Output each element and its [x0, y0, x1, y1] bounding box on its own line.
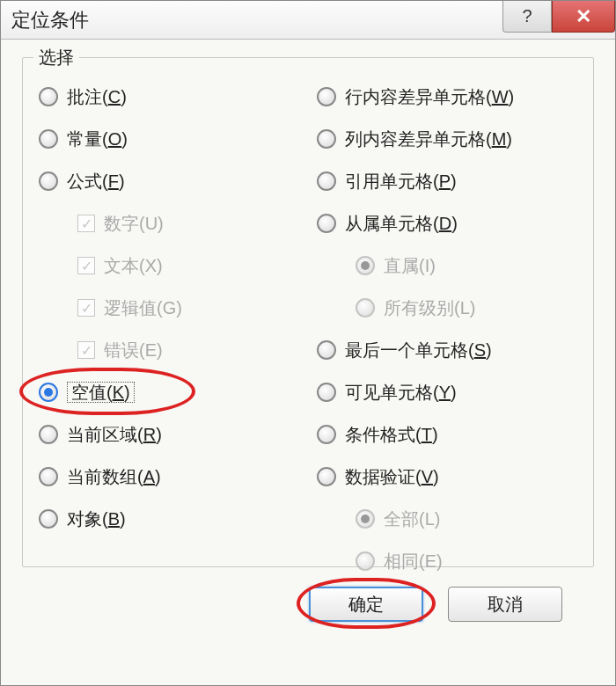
checkbox-icon: ✓	[77, 341, 95, 359]
button-label: 确定	[348, 593, 384, 617]
select-fieldset: 选择 批注(C) 常量(O) 公式(F)	[22, 57, 594, 567]
option-label: 引用单元格(P)	[345, 172, 457, 190]
checkbox-icon: ✓	[77, 215, 95, 232]
radio-icon	[39, 509, 58, 529]
option-label: 直属(I)	[384, 257, 436, 274]
columns: 批注(C) 常量(O) 公式(F) ✓ 数字(U)	[39, 84, 577, 549]
option-label: 数据验证(V)	[345, 468, 439, 485]
window-title: 定位条件	[11, 7, 89, 33]
radio-icon	[317, 383, 336, 402]
radio-icon	[39, 383, 58, 402]
option-text: ✓ 文本(X)	[39, 253, 299, 278]
option-label: 文本(X)	[104, 257, 163, 274]
radio-icon	[317, 87, 336, 106]
radio-icon	[317, 129, 336, 149]
option-comments[interactable]: 批注(C)	[39, 84, 299, 109]
option-label: 空值(K)	[67, 382, 135, 403]
option-constants[interactable]: 常量(O)	[39, 127, 299, 151]
option-label: 数字(U)	[104, 215, 164, 232]
option-label: 列内容差异单元格(M)	[345, 130, 512, 148]
option-data-valid[interactable]: 数据验证(V)	[317, 464, 577, 489]
ok-button[interactable]: 确定	[309, 587, 423, 622]
footer: 确定 取消	[22, 567, 594, 645]
option-direct-only: 直属(I)	[317, 253, 577, 278]
help-button[interactable]: ?	[502, 1, 552, 33]
option-current-region[interactable]: 当前区域(R)	[39, 422, 299, 447]
option-blanks[interactable]: 空值(K)	[39, 380, 299, 405]
fieldset-legend: 选择	[33, 46, 79, 69]
option-label: 当前数组(A)	[67, 468, 161, 485]
option-label: 所有级别(L)	[384, 299, 475, 317]
left-column: 批注(C) 常量(O) 公式(F) ✓ 数字(U)	[39, 84, 299, 549]
radio-icon	[39, 87, 58, 106]
option-label: 常量(O)	[67, 130, 128, 148]
option-label: 当前区域(R)	[67, 426, 162, 443]
titlebar: 定位条件 ? ✕	[1, 1, 615, 40]
option-label: 批注(C)	[67, 88, 127, 106]
option-label: 错误(E)	[104, 341, 163, 359]
option-formulas[interactable]: 公式(F)	[39, 169, 299, 193]
radio-icon	[317, 214, 336, 233]
radio-icon	[317, 172, 336, 191]
option-label: 对象(B)	[67, 510, 126, 528]
option-label: 全部(L)	[384, 510, 440, 528]
option-dependents[interactable]: 从属单元格(D)	[317, 211, 577, 236]
ok-wrap: 确定	[309, 587, 423, 622]
option-last-cell[interactable]: 最后一个单元格(S)	[317, 338, 577, 362]
checkbox-icon: ✓	[77, 257, 95, 274]
option-all: 全部(L)	[317, 507, 577, 531]
option-all-levels: 所有级别(L)	[317, 296, 577, 320]
option-label: 公式(F)	[67, 172, 125, 190]
option-label: 从属单元格(D)	[345, 215, 458, 232]
help-icon: ?	[522, 6, 532, 26]
option-label: 可见单元格(Y)	[345, 383, 457, 401]
option-cond-fmt[interactable]: 条件格式(T)	[317, 422, 577, 447]
option-label: 逻辑值(G)	[104, 299, 182, 317]
radio-icon	[356, 298, 375, 317]
radio-icon	[39, 425, 58, 444]
option-label: 条件格式(T)	[345, 426, 438, 443]
close-button[interactable]: ✕	[552, 1, 615, 33]
option-logicals: ✓ 逻辑值(G)	[39, 296, 299, 320]
radio-icon	[356, 256, 375, 275]
radio-icon	[317, 340, 336, 360]
radio-icon	[39, 129, 58, 149]
option-errors: ✓ 错误(E)	[39, 338, 299, 362]
titlebar-buttons: ? ✕	[502, 1, 615, 33]
option-visible-cells[interactable]: 可见单元格(Y)	[317, 380, 577, 405]
radio-icon	[39, 172, 58, 191]
checkbox-icon: ✓	[77, 299, 95, 317]
option-current-array[interactable]: 当前数组(A)	[39, 464, 299, 489]
right-column: 行内容差异单元格(W) 列内容差异单元格(M) 引用单元格(P) 从属单元格(D…	[317, 84, 577, 549]
goto-special-dialog: 定位条件 ? ✕ 选择 批注(C) 常量(O)	[0, 0, 616, 686]
cancel-button[interactable]: 取消	[448, 587, 562, 622]
option-precedents[interactable]: 引用单元格(P)	[317, 169, 577, 193]
option-label: 最后一个单元格(S)	[345, 341, 492, 359]
radio-icon	[39, 467, 58, 486]
button-label: 取消	[488, 593, 523, 617]
option-numbers: ✓ 数字(U)	[39, 211, 299, 236]
dialog-body: 选择 批注(C) 常量(O) 公式(F)	[1, 40, 615, 685]
option-col-diff[interactable]: 列内容差异单元格(M)	[317, 127, 577, 151]
option-row-diff[interactable]: 行内容差异单元格(W)	[317, 84, 577, 109]
option-objects[interactable]: 对象(B)	[39, 507, 299, 531]
radio-icon	[317, 467, 336, 486]
radio-icon	[317, 425, 336, 444]
radio-icon	[356, 509, 375, 529]
close-icon: ✕	[576, 5, 591, 28]
option-label: 行内容差异单元格(W)	[345, 88, 514, 106]
